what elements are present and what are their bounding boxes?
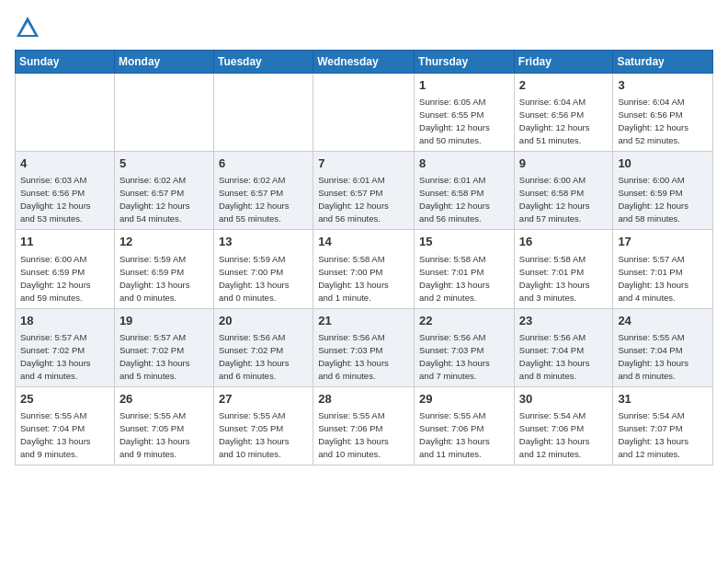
calendar-cell: 13Sunrise: 5:59 AM Sunset: 7:00 PM Dayli… bbox=[213, 230, 313, 308]
weekday-header-thursday: Thursday bbox=[415, 51, 515, 74]
calendar-cell: 14Sunrise: 5:58 AM Sunset: 7:00 PM Dayli… bbox=[313, 230, 415, 308]
week-row-5: 25Sunrise: 5:55 AM Sunset: 7:04 PM Dayli… bbox=[16, 386, 713, 465]
calendar-cell: 11Sunrise: 6:00 AM Sunset: 6:59 PM Dayli… bbox=[16, 230, 115, 308]
day-info: Sunrise: 6:01 AM Sunset: 6:58 PM Dayligh… bbox=[419, 175, 490, 224]
day-info: Sunrise: 5:56 AM Sunset: 7:04 PM Dayligh… bbox=[519, 332, 590, 381]
day-number: 23 bbox=[519, 313, 609, 329]
page-header bbox=[15, 15, 713, 40]
day-info: Sunrise: 5:57 AM Sunset: 7:01 PM Dayligh… bbox=[618, 254, 688, 303]
day-number: 5 bbox=[119, 155, 209, 172]
day-number: 26 bbox=[119, 391, 209, 408]
day-number: 22 bbox=[419, 313, 509, 329]
calendar-cell: 20Sunrise: 5:56 AM Sunset: 7:02 PM Dayli… bbox=[213, 308, 313, 386]
day-info: Sunrise: 5:55 AM Sunset: 7:05 PM Dayligh… bbox=[119, 410, 190, 459]
day-number: 17 bbox=[618, 234, 708, 250]
day-number: 25 bbox=[20, 391, 109, 408]
day-info: Sunrise: 5:59 AM Sunset: 7:00 PM Dayligh… bbox=[219, 254, 290, 303]
day-info: Sunrise: 5:58 AM Sunset: 7:00 PM Dayligh… bbox=[318, 254, 389, 303]
day-info: Sunrise: 6:05 AM Sunset: 6:55 PM Dayligh… bbox=[419, 97, 490, 145]
weekday-header-friday: Friday bbox=[514, 51, 613, 74]
day-info: Sunrise: 5:56 AM Sunset: 7:03 PM Dayligh… bbox=[318, 332, 389, 381]
day-info: Sunrise: 6:02 AM Sunset: 6:57 PM Dayligh… bbox=[219, 175, 290, 224]
calendar-cell: 18Sunrise: 5:57 AM Sunset: 7:02 PM Dayli… bbox=[16, 308, 115, 386]
day-number: 10 bbox=[618, 155, 708, 172]
day-info: Sunrise: 6:00 AM Sunset: 6:58 PM Dayligh… bbox=[519, 175, 590, 224]
day-info: Sunrise: 5:57 AM Sunset: 7:02 PM Dayligh… bbox=[119, 332, 190, 381]
day-info: Sunrise: 5:55 AM Sunset: 7:06 PM Dayligh… bbox=[318, 410, 389, 459]
calendar-cell: 31Sunrise: 5:54 AM Sunset: 7:07 PM Dayli… bbox=[613, 386, 713, 465]
week-row-1: 1Sunrise: 6:05 AM Sunset: 6:55 PM Daylig… bbox=[16, 74, 713, 152]
calendar-cell: 28Sunrise: 5:55 AM Sunset: 7:06 PM Dayli… bbox=[313, 386, 415, 465]
calendar-cell: 3Sunrise: 6:04 AM Sunset: 6:56 PM Daylig… bbox=[613, 74, 713, 152]
day-number: 6 bbox=[219, 155, 308, 172]
weekday-header-wednesday: Wednesday bbox=[313, 51, 415, 74]
day-info: Sunrise: 6:03 AM Sunset: 6:56 PM Dayligh… bbox=[20, 175, 91, 224]
week-row-3: 11Sunrise: 6:00 AM Sunset: 6:59 PM Dayli… bbox=[16, 230, 713, 308]
day-number: 2 bbox=[519, 77, 609, 94]
calendar-cell bbox=[313, 74, 415, 152]
calendar-cell: 9Sunrise: 6:00 AM Sunset: 6:58 PM Daylig… bbox=[514, 152, 613, 230]
day-number: 27 bbox=[219, 391, 308, 408]
logo bbox=[15, 15, 44, 40]
week-row-2: 4Sunrise: 6:03 AM Sunset: 6:56 PM Daylig… bbox=[16, 152, 713, 230]
day-info: Sunrise: 6:02 AM Sunset: 6:57 PM Dayligh… bbox=[119, 175, 190, 224]
day-info: Sunrise: 5:58 AM Sunset: 7:01 PM Dayligh… bbox=[419, 254, 490, 303]
day-number: 16 bbox=[519, 234, 609, 250]
day-number: 9 bbox=[519, 155, 609, 172]
day-info: Sunrise: 5:55 AM Sunset: 7:05 PM Dayligh… bbox=[219, 410, 290, 459]
calendar-cell: 29Sunrise: 5:55 AM Sunset: 7:06 PM Dayli… bbox=[415, 386, 515, 465]
day-info: Sunrise: 5:55 AM Sunset: 7:04 PM Dayligh… bbox=[20, 410, 91, 459]
day-number: 24 bbox=[618, 313, 708, 329]
day-info: Sunrise: 5:59 AM Sunset: 6:59 PM Dayligh… bbox=[119, 254, 190, 303]
calendar-cell bbox=[16, 74, 115, 152]
day-number: 14 bbox=[318, 234, 409, 250]
calendar-cell: 26Sunrise: 5:55 AM Sunset: 7:05 PM Dayli… bbox=[114, 386, 213, 465]
calendar-cell: 17Sunrise: 5:57 AM Sunset: 7:01 PM Dayli… bbox=[613, 230, 713, 308]
calendar-cell: 15Sunrise: 5:58 AM Sunset: 7:01 PM Dayli… bbox=[415, 230, 515, 308]
day-number: 15 bbox=[419, 234, 509, 250]
day-info: Sunrise: 6:01 AM Sunset: 6:57 PM Dayligh… bbox=[318, 175, 389, 224]
day-info: Sunrise: 5:54 AM Sunset: 7:07 PM Dayligh… bbox=[618, 410, 688, 459]
day-number: 20 bbox=[219, 313, 308, 329]
day-info: Sunrise: 6:00 AM Sunset: 6:59 PM Dayligh… bbox=[20, 254, 91, 303]
weekday-header-monday: Monday bbox=[114, 51, 213, 74]
day-number: 19 bbox=[119, 313, 209, 329]
calendar-cell: 21Sunrise: 5:56 AM Sunset: 7:03 PM Dayli… bbox=[313, 308, 415, 386]
day-number: 1 bbox=[419, 77, 509, 94]
calendar-cell bbox=[213, 74, 313, 152]
calendar-cell: 25Sunrise: 5:55 AM Sunset: 7:04 PM Dayli… bbox=[16, 386, 115, 465]
calendar-cell: 19Sunrise: 5:57 AM Sunset: 7:02 PM Dayli… bbox=[114, 308, 213, 386]
calendar-cell: 7Sunrise: 6:01 AM Sunset: 6:57 PM Daylig… bbox=[313, 152, 415, 230]
day-number: 30 bbox=[519, 391, 609, 408]
day-number: 29 bbox=[419, 391, 509, 408]
day-info: Sunrise: 5:54 AM Sunset: 7:06 PM Dayligh… bbox=[519, 410, 590, 459]
day-number: 21 bbox=[318, 313, 409, 329]
calendar-cell: 5Sunrise: 6:02 AM Sunset: 6:57 PM Daylig… bbox=[114, 152, 213, 230]
weekday-header-tuesday: Tuesday bbox=[213, 51, 313, 74]
calendar-cell: 2Sunrise: 6:04 AM Sunset: 6:56 PM Daylig… bbox=[514, 74, 613, 152]
day-number: 18 bbox=[20, 313, 109, 329]
day-info: Sunrise: 5:56 AM Sunset: 7:02 PM Dayligh… bbox=[219, 332, 290, 381]
day-number: 31 bbox=[618, 391, 708, 408]
calendar-cell: 12Sunrise: 5:59 AM Sunset: 6:59 PM Dayli… bbox=[114, 230, 213, 308]
day-number: 3 bbox=[618, 77, 708, 94]
calendar-cell: 30Sunrise: 5:54 AM Sunset: 7:06 PM Dayli… bbox=[514, 386, 613, 465]
day-info: Sunrise: 6:04 AM Sunset: 6:56 PM Dayligh… bbox=[618, 97, 688, 145]
day-number: 8 bbox=[419, 155, 509, 172]
calendar-cell: 1Sunrise: 6:05 AM Sunset: 6:55 PM Daylig… bbox=[415, 74, 515, 152]
calendar-cell: 23Sunrise: 5:56 AM Sunset: 7:04 PM Dayli… bbox=[514, 308, 613, 386]
weekday-header-row: SundayMondayTuesdayWednesdayThursdayFrid… bbox=[16, 51, 713, 74]
day-number: 12 bbox=[119, 234, 209, 250]
calendar-cell: 8Sunrise: 6:01 AM Sunset: 6:58 PM Daylig… bbox=[415, 152, 515, 230]
calendar-table: SundayMondayTuesdayWednesdayThursdayFrid… bbox=[15, 50, 713, 465]
calendar-cell: 22Sunrise: 5:56 AM Sunset: 7:03 PM Dayli… bbox=[415, 308, 515, 386]
calendar-cell: 24Sunrise: 5:55 AM Sunset: 7:04 PM Dayli… bbox=[613, 308, 713, 386]
day-number: 4 bbox=[20, 155, 109, 172]
calendar-cell: 6Sunrise: 6:02 AM Sunset: 6:57 PM Daylig… bbox=[213, 152, 313, 230]
day-number: 7 bbox=[318, 155, 409, 172]
day-number: 11 bbox=[20, 234, 109, 250]
day-info: Sunrise: 5:57 AM Sunset: 7:02 PM Dayligh… bbox=[20, 332, 91, 381]
calendar-cell: 27Sunrise: 5:55 AM Sunset: 7:05 PM Dayli… bbox=[213, 386, 313, 465]
day-info: Sunrise: 5:56 AM Sunset: 7:03 PM Dayligh… bbox=[419, 332, 490, 381]
day-info: Sunrise: 5:55 AM Sunset: 7:04 PM Dayligh… bbox=[618, 332, 688, 381]
